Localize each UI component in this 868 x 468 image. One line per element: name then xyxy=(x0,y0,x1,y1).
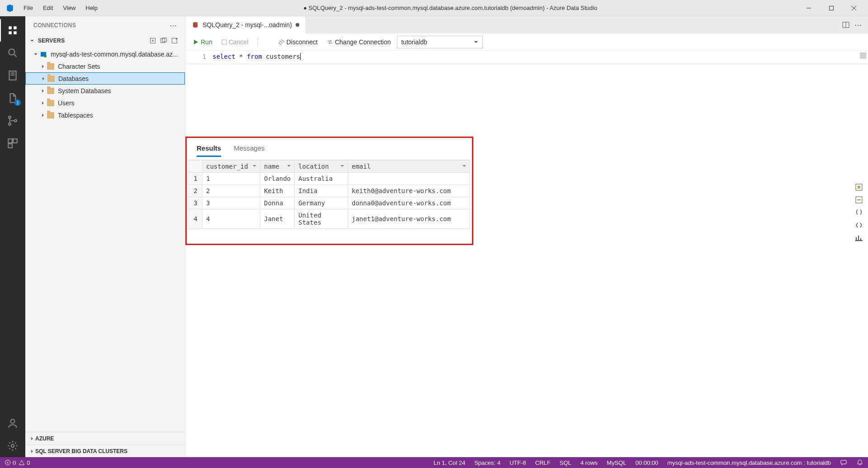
tab-results[interactable]: Results xyxy=(197,144,221,157)
disconnect-button[interactable]: Disconnect xyxy=(275,37,320,47)
sidebar-more-icon[interactable]: ⋯ xyxy=(170,21,177,30)
tree-server-node[interactable]: mysql-ads-test-common.mysql.database.az.… xyxy=(25,48,185,60)
tree-item-databases[interactable]: Databases xyxy=(25,72,185,85)
cell[interactable]: Keith xyxy=(260,185,295,197)
cell[interactable]: Janet xyxy=(260,209,295,229)
column-header[interactable]: location xyxy=(295,161,348,173)
activity-bar: 1 xyxy=(0,16,25,457)
activity-explorer-icon[interactable]: 1 xyxy=(0,87,25,109)
menu-view[interactable]: View xyxy=(58,3,80,13)
bell-icon[interactable] xyxy=(856,459,863,466)
folder-icon xyxy=(47,112,54,118)
cell[interactable]: janet1@adventure-works.com xyxy=(348,209,470,229)
menu-edit[interactable]: Edit xyxy=(38,3,57,13)
new-connection-icon[interactable] xyxy=(149,37,157,45)
column-header[interactable]: customer_id xyxy=(203,161,260,173)
chart-icon[interactable] xyxy=(854,233,863,242)
section-big-data[interactable]: SQL SERVER BIG DATA CLUSTERS xyxy=(25,444,185,457)
tab-messages[interactable]: Messages xyxy=(234,144,264,157)
tree-item-label: System Databases xyxy=(58,87,111,95)
folder-icon xyxy=(47,63,54,70)
svg-point-15 xyxy=(176,38,178,40)
table-row[interactable]: 33DonnaGermanydonna0@adventure-works.com xyxy=(189,197,470,209)
cell[interactable]: keith0@adventure-works.com xyxy=(348,185,470,197)
save-json-icon[interactable] xyxy=(854,208,863,217)
chevron-down-icon xyxy=(462,163,467,169)
stop-icon xyxy=(222,39,227,45)
table-row[interactable]: 44JanetUnited Statesjanet1@adventure-wor… xyxy=(189,209,470,229)
status-eol[interactable]: CRLF xyxy=(535,459,551,466)
chevron-right-icon xyxy=(29,448,35,454)
activity-extensions-icon[interactable] xyxy=(0,132,25,155)
menu-file[interactable]: File xyxy=(19,3,38,13)
section-azure[interactable]: AZURE xyxy=(25,432,185,444)
results-grid[interactable]: customer_id name location email 11Orland… xyxy=(189,160,470,229)
svg-point-18 xyxy=(193,22,198,24)
folder-icon xyxy=(47,76,55,82)
save-excel-icon[interactable] xyxy=(854,195,863,204)
status-warnings[interactable]: 0 xyxy=(19,459,30,466)
activity-connections-icon[interactable] xyxy=(0,19,25,42)
close-button[interactable] xyxy=(844,1,864,15)
cell[interactable]: 4 xyxy=(203,209,260,229)
status-lang[interactable]: SQL xyxy=(560,459,571,466)
table-row[interactable]: 22KeithIndiakeith0@adventure-works.com xyxy=(189,185,470,197)
run-button[interactable]: Run xyxy=(190,37,215,47)
change-connection-button[interactable]: Change Connection xyxy=(324,37,394,47)
database-select[interactable]: tutorialdb xyxy=(397,36,483,48)
minimize-button[interactable] xyxy=(798,1,819,15)
cell[interactable]: Germany xyxy=(295,197,348,209)
svg-rect-12 xyxy=(161,39,165,43)
refresh-icon[interactable] xyxy=(170,37,179,45)
cell[interactable]: 2 xyxy=(203,185,260,197)
new-group-icon[interactable] xyxy=(160,37,168,45)
column-header[interactable]: email xyxy=(348,161,470,173)
svg-rect-20 xyxy=(222,40,226,44)
row-number: 4 xyxy=(189,209,203,229)
tree-item-character-sets[interactable]: Character Sets xyxy=(25,60,185,72)
status-spaces[interactable]: Spaces: 4 xyxy=(474,459,500,466)
status-encoding[interactable]: UTF-8 xyxy=(509,459,526,466)
feedback-icon[interactable] xyxy=(840,459,847,466)
cell[interactable]: United States xyxy=(295,209,348,229)
editor-tab[interactable]: SQLQuery_2 - mysql-...oadmin) xyxy=(185,16,306,33)
results-panel: Results Messages customer_id name locati… xyxy=(185,137,473,245)
app-icon xyxy=(5,4,14,13)
status-position[interactable]: Ln 1, Col 24 xyxy=(434,459,465,466)
section-servers[interactable]: SERVERS xyxy=(25,34,185,47)
svg-rect-7 xyxy=(13,139,17,143)
code-editor[interactable]: 1 select * from customers xyxy=(185,51,868,64)
split-editor-icon[interactable] xyxy=(842,21,850,29)
status-connection[interactable]: mysql-ads-test-common.mysql.database.azu… xyxy=(667,459,831,466)
minimap[interactable] xyxy=(860,52,866,59)
disconnect-icon xyxy=(278,39,284,45)
activity-settings-icon[interactable] xyxy=(0,435,25,457)
table-row[interactable]: 11OrlandoAustralia xyxy=(189,173,470,185)
menu-help[interactable]: Help xyxy=(81,3,102,13)
cell[interactable]: India xyxy=(295,185,348,197)
status-errors[interactable]: 0 xyxy=(5,459,16,466)
maximize-button[interactable] xyxy=(821,1,842,15)
tree-item-label: Tablespaces xyxy=(58,112,93,119)
save-xml-icon[interactable] xyxy=(854,221,863,230)
activity-notebooks-icon[interactable] xyxy=(0,64,25,87)
activity-account-icon[interactable] xyxy=(0,412,25,435)
tree-item-users[interactable]: Users xyxy=(25,97,185,109)
row-number: 2 xyxy=(189,185,203,197)
cell[interactable] xyxy=(348,173,470,185)
activity-source-control-icon[interactable] xyxy=(0,109,25,132)
activity-search-icon[interactable] xyxy=(0,42,25,64)
cell[interactable]: Australia xyxy=(295,173,348,185)
cell[interactable]: 1 xyxy=(203,173,260,185)
cell[interactable]: 3 xyxy=(203,197,260,209)
tree-item-system-databases[interactable]: System Databases xyxy=(25,85,185,97)
cell[interactable]: Donna xyxy=(260,197,295,209)
save-csv-icon[interactable] xyxy=(854,183,863,192)
column-header[interactable]: name xyxy=(260,161,295,173)
cell[interactable]: Orlando xyxy=(260,173,295,185)
cell[interactable]: donna0@adventure-works.com xyxy=(348,197,470,209)
tree-item-tablespaces[interactable]: Tablespaces xyxy=(25,109,185,121)
svg-point-9 xyxy=(11,419,15,423)
chevron-right-icon xyxy=(40,88,46,94)
tab-more-icon[interactable]: ⋯ xyxy=(854,21,862,29)
